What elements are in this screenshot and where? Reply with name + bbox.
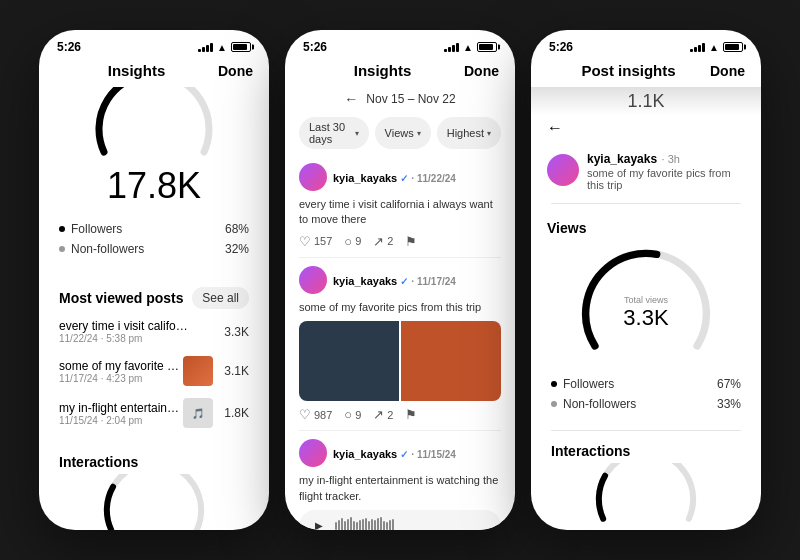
share-icon: ↗ [373,234,384,249]
likes-1[interactable]: ♡ 987 [299,407,332,422]
interactions-arc-3 [551,463,741,523]
post-title-0: every time i visit california i always w… [59,319,189,333]
chevron-icon-0: ▾ [355,129,359,138]
post-date-1: 11/17/24 · 4:23 pm [59,373,183,384]
filter-bar: Last 30 days ▾ Views ▾ Highest ▾ [285,111,515,155]
followers-label-1: Followers [71,222,122,236]
date-back-arrow[interactable]: ← [344,91,358,107]
preview-username: kyia_kayaks [587,152,657,166]
post-datestr-1: 11/17/24 [417,276,456,287]
flag-icon-1: ⚑ [405,407,417,422]
post-img-dark [299,321,399,401]
nonfollowers-label-1: Non-followers [71,242,144,256]
phone-2: 5:26 ▲ Insights Done ← Nov 15 – Nov 22 L… [285,30,515,530]
dot-grey-1 [59,246,65,252]
total-views-label: Total views 3.3K [623,295,668,331]
phone-3: 5:26 ▲ Post insights Done 1.1K ← [531,30,761,530]
feed-post-1: kyia_kayaks ✓ · 11/17/24 some of my favo… [299,258,501,431]
battery-icon-3 [723,42,743,52]
phone-header-2: Insights Done [285,58,515,87]
phone3-content: 1.1K ← kyia_kayaks · 3h some of my favor… [531,87,761,530]
dot-grey-3 [551,401,557,407]
status-icons-2: ▲ [444,42,497,53]
feed-post-2: kyia_kayaks ✓ · 11/15/24 my in-flight en… [299,431,501,530]
signal-icon-3 [690,42,705,52]
filter-last30-label: Last 30 days [309,121,352,145]
post-date-0: 11/22/24 · 5:38 pm [59,333,219,344]
heart-icon: ♡ [299,234,311,249]
post-thumb-audio: 🎵 [183,398,213,428]
post-datestr-2: 11/15/24 [417,449,456,460]
filter-last30[interactable]: Last 30 days ▾ [299,117,369,149]
followers-pct-3: 67% [717,377,741,391]
waveform [335,516,491,530]
views-section-3: Views Total views 3.3K [531,212,761,366]
followers-pct-1: 68% [225,222,249,236]
see-all-button[interactable]: See all [192,287,249,309]
wifi-icon-2: ▲ [463,42,473,53]
status-bar-2: 5:26 ▲ [285,30,515,58]
post-text-2: my in-flight entertainment is watching t… [299,473,501,504]
post-actions-1: ♡ 987 ○ 9 ↗ 2 ⚑ [299,407,501,422]
back-arrow-3[interactable]: ← [547,119,563,137]
play-button[interactable]: ▶ [309,516,329,530]
avatar-0 [299,163,327,191]
post-count-0: 3.3K [219,325,249,339]
comment-icon: ○ [344,234,352,249]
status-bar-3: 5:26 ▲ [531,30,761,58]
header-title-2: Insights [354,62,412,79]
interactions-section-3: Interactions [531,439,761,523]
username-0: kyia_kayaks ✓ · 11/22/24 [333,172,456,184]
likes-0[interactable]: ♡ 157 [299,234,332,249]
most-viewed-header: Most viewed posts See all [39,283,269,313]
comments-0[interactable]: ○ 9 [344,234,361,249]
battery-icon-2 [477,42,497,52]
chevron-icon-1: ▾ [417,129,421,138]
followers-item-3: Followers 67% [551,374,741,394]
followers-item-1: Followers 68% [59,219,249,239]
phones-container: 5:26 ▲ Insights Done 17.8K [39,30,761,530]
views-title-3: Views [547,220,745,236]
done-button-2[interactable]: Done [464,63,499,79]
shares-1[interactable]: ↗ 2 [373,407,393,422]
arc-gauge-1 [94,87,214,157]
most-viewed-title: Most viewed posts [59,290,183,306]
dot-black-1 [59,226,65,232]
comment-icon-1: ○ [344,407,352,422]
blurred-top: 1.1K [531,87,761,115]
nonfollowers-pct-3: 33% [717,397,741,411]
post-datestr-0: 11/22/24 [417,173,456,184]
nonfollowers-label-3: Non-followers [563,397,636,411]
shares-0[interactable]: ↗ 2 [373,234,393,249]
post-count-1: 3.1K [219,364,249,378]
divider-4 [551,430,741,431]
post-item-0[interactable]: every time i visit california i always w… [39,313,269,350]
done-button-3[interactable]: Done [710,63,745,79]
post-preview-3: kyia_kayaks · 3h some of my favorite pic… [531,145,761,195]
status-icons-1: ▲ [198,42,251,53]
nonfollowers-item-1: Non-followers 32% [59,239,249,259]
status-time-2: 5:26 [303,40,327,54]
filter-highest[interactable]: Highest ▾ [437,117,501,149]
feed-scroll[interactable]: kyia_kayaks ✓ · 11/22/24 every time i vi… [285,155,515,530]
done-button-1[interactable]: Done [218,63,253,79]
avatar-1 [299,266,327,294]
feed-post-0: kyia_kayaks ✓ · 11/22/24 every time i vi… [299,155,501,258]
post-item-2[interactable]: my in-flight entertainment is w... 11/15… [39,392,269,434]
battery-icon [231,42,251,52]
followers-section-1: Followers 68% Non-followers 32% [39,211,269,267]
post-item-1[interactable]: some of my favorite pics from... 11/17/2… [39,350,269,392]
divider-3 [551,203,741,204]
interactions-section-1: Interactions [39,450,269,530]
date-range: Nov 15 – Nov 22 [366,92,455,106]
post-count-2: 1.8K [219,406,249,420]
post-actions-0: ♡ 157 ○ 9 ↗ 2 ⚑ [299,234,501,249]
nonfollowers-pct-1: 32% [225,242,249,256]
phone2-content: ← Nov 15 – Nov 22 Last 30 days ▾ Views ▾… [285,87,515,530]
comments-1[interactable]: ○ 9 [344,407,361,422]
phone-header-1: Insights Done [39,58,269,87]
signal-icon [198,42,213,52]
post-text-0: every time i visit california i always w… [299,197,501,228]
filter-views[interactable]: Views ▾ [375,117,431,149]
phone-1: 5:26 ▲ Insights Done 17.8K [39,30,269,530]
